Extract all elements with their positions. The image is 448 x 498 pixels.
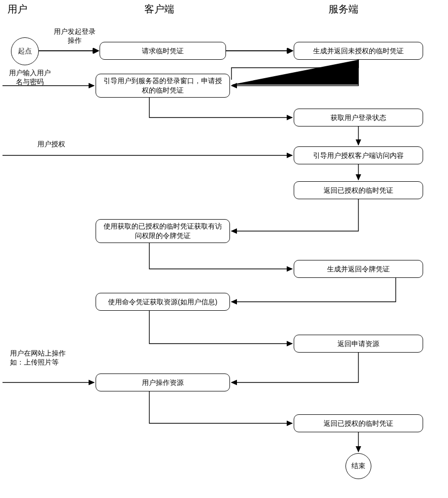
server-return-resource: 返回申请资源 (294, 335, 423, 353)
start-node: 起点 (11, 37, 39, 65)
lane-user: 用户 (7, 2, 27, 16)
lane-client: 客户端 (144, 2, 174, 16)
client-request-temp: 请求临时凭证 (100, 42, 226, 60)
server-guide-authorize: 引导用户授权客户端访问内容 (294, 146, 423, 164)
server-gen-unauth-temp: 生成并返回未授权的临时凭证 (294, 42, 423, 60)
server-return-authorized-temp: 返回已授权的临时凭证 (294, 181, 423, 199)
annot-authorize: 用户授权 (37, 139, 65, 148)
client-use-token-get-res: 使用命令凭证获取资源(如用户信息) (96, 293, 230, 311)
server-get-login-status: 获取用户登录状态 (294, 109, 423, 126)
annot-operate: 用户在网站上操作如：上传照片等 (10, 349, 90, 367)
end-node: 结束 (345, 453, 371, 479)
server-return-authorized-temp2: 返回已授权的临时凭证 (294, 414, 423, 432)
client-use-authorized-temp: 使用获取的已授权的临时凭证获取有访问权限的令牌凭证 (96, 219, 230, 243)
annot-login-action: 用户发起登录操作 (47, 27, 102, 45)
server-gen-return-token: 生成并返回令牌凭证 (294, 260, 423, 278)
client-guide-login: 引导用户到服务器的登录窗口，申请授权的临时凭证 (96, 74, 230, 98)
lane-server: 服务端 (329, 2, 358, 16)
annot-enter-creds: 用户输入用户名与密码 (0, 68, 60, 86)
client-user-op-resource: 用户操作资源 (96, 374, 230, 391)
